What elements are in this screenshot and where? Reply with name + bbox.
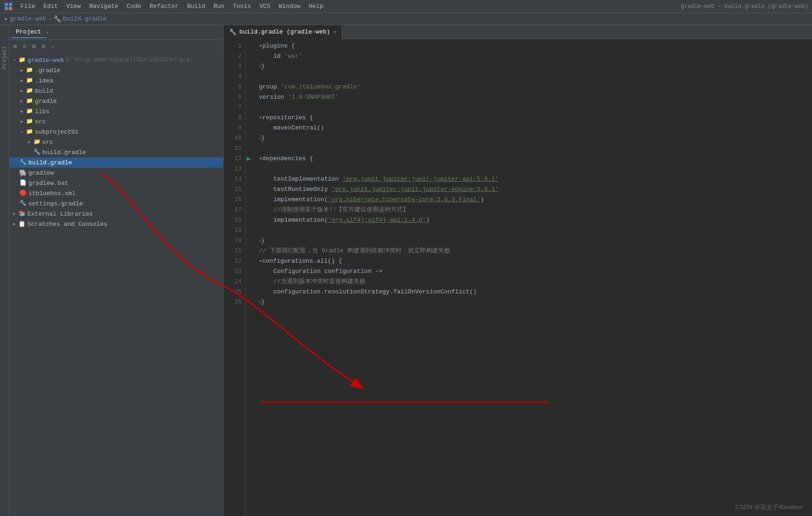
tree-item-settings-gradle[interactable]: 🔧 settings.gradle: [9, 198, 223, 209]
menu-tools[interactable]: Tools: [229, 2, 255, 11]
tree-label: External Libraries: [27, 210, 93, 217]
code-token: testRuntimeOnly: [259, 184, 332, 195]
breadcrumb-file[interactable]: build.gradle: [63, 15, 107, 22]
tree-item-itbluebox-xml[interactable]: 🔴 itbluebox.xml: [9, 188, 223, 198]
tree-item-gradle[interactable]: ▶ 📁 gradle: [9, 96, 223, 106]
tab-build-gradle[interactable]: 🔧 build.gradle (gradle-web) ✕: [223, 25, 342, 39]
tree-item-build-folder[interactable]: ▶ 📁 build: [9, 86, 223, 96]
menu-run[interactable]: Run: [210, 2, 228, 11]
tab-dropdown-icon[interactable]: ▾: [46, 30, 49, 35]
tree-item-dot-gradle[interactable]: ▶ 📁 .gradle: [9, 65, 223, 75]
code-token: configuration.resolutionStrategy.failOnV…: [259, 287, 477, 297]
tree-item-root-build-gradle[interactable]: 🔧 build.gradle: [9, 157, 223, 168]
menu-file[interactable]: File: [17, 2, 39, 11]
code-content[interactable]: ▾ plugins { id 'war' ▲ } group 'com.itbl…: [255, 39, 812, 516]
code-token: //当遇到版本冲突时直接构建失败: [259, 277, 365, 287]
menu-vcs[interactable]: VCS: [256, 2, 274, 11]
folder-icon: 📁: [18, 56, 26, 64]
tree-label: build.gradle: [42, 149, 86, 156]
code-line: group 'com.itbluebox.gradle': [259, 82, 812, 92]
run-marker[interactable]: ▶: [246, 154, 255, 164]
sidebar-tabs: Project ▾: [9, 25, 223, 40]
tree-item-subproject-build-gradle[interactable]: 🔧 build.gradle: [9, 147, 223, 157]
code-line: Configuration configuration ->: [259, 266, 812, 277]
editor-tabs: 🔧 build.gradle (gradle-web) ✕: [223, 25, 812, 39]
menu-navigate[interactable]: Navigate: [86, 2, 122, 11]
main-layout: Project Project ▾ ⊕ ≡ ⊞ ⚙ – ▾ 📁 gradle-w…: [0, 25, 812, 516]
menu-view[interactable]: View: [62, 2, 84, 11]
tree-item-gradlew-bat[interactable]: 📄 gradlew.bat: [9, 178, 223, 188]
fold-icon[interactable]: ▾: [259, 113, 262, 123]
tree-label: build: [35, 88, 53, 95]
settings-gradle-icon: 🔧: [19, 200, 27, 207]
code-token: }: [261, 61, 265, 72]
folder-icon: 📁: [25, 77, 34, 84]
menu-edit[interactable]: Edit: [40, 2, 61, 11]
svg-rect-1: [9, 3, 12, 6]
expand-arrow: ▶: [19, 119, 25, 124]
menu-refactor[interactable]: Refactor: [146, 2, 182, 11]
code-line: ▲ }: [259, 61, 812, 72]
locate-icon[interactable]: ⊕: [11, 41, 19, 51]
window-title: gradle-web – build.gradle (gradle-web): [681, 3, 808, 10]
tab-close-button[interactable]: ✕: [333, 29, 336, 35]
code-line: //当遇到版本冲突时直接构建失败: [259, 277, 812, 287]
code-line: [259, 143, 812, 154]
gradle-file-icon: 🔧: [19, 159, 27, 166]
sidebar-toolbar: ⊕ ≡ ⊞ ⚙ –: [9, 40, 223, 53]
tree-item-external-libs[interactable]: ▶ 📚 External Libraries: [9, 209, 223, 219]
code-token: plugins {: [262, 41, 295, 51]
folder-icon: 📁: [25, 67, 34, 74]
tree-item-gradle-web[interactable]: ▾ 📁 gradle-web D:\ProgramWorkSpace\IDEA\…: [9, 55, 223, 65]
code-token: 'com.itbluebox.gradle': [281, 82, 361, 92]
code-token: // 下面我们配置，当 Gradle 构建遇到依赖冲突时，就立即构建失败: [259, 246, 450, 256]
project-vertical-tab[interactable]: Project: [0, 44, 9, 71]
line-numbers: 12345 678910 1112131415 1617181920 21222…: [223, 39, 246, 516]
project-tree: ▾ 📁 gradle-web D:\ProgramWorkSpace\IDEA\…: [9, 53, 223, 516]
gradle-file-icon: 🔧: [33, 149, 41, 156]
code-token: }: [261, 297, 265, 307]
tree-label: .gradle: [35, 67, 61, 74]
code-line: implementation('org.slf4j:slf4j-api:1.4.…: [259, 215, 812, 225]
menu-window[interactable]: Window: [275, 2, 304, 11]
fold-icon[interactable]: ▾: [259, 41, 262, 51]
code-area: 12345 678910 1112131415 1617181920 21222…: [223, 39, 812, 516]
tree-item-dot-idea[interactable]: ▶ 📁 .idea: [9, 75, 223, 86]
code-line: version '1.0-SNAPSHOT': [259, 92, 812, 102]
code-line: mavenCentral(): [259, 123, 812, 133]
tree-item-src[interactable]: ▶ 📁 src: [9, 116, 223, 127]
menu-build[interactable]: Build: [183, 2, 209, 11]
collapse-icon[interactable]: ⊞: [30, 41, 38, 51]
tree-item-subproject-src[interactable]: ▶ 📁 src: [9, 137, 223, 147]
tree-item-subproject01[interactable]: ▾ 📁 subproject01: [9, 127, 223, 137]
code-line: [259, 72, 812, 82]
sidebar: Project ▾ ⊕ ≡ ⊞ ⚙ – ▾ 📁 gradle-web D:\Pr…: [9, 25, 223, 516]
code-token: ): [480, 195, 484, 205]
svg-rect-3: [9, 7, 12, 10]
watermark: CSDN @蓝盒子itbluebox: [735, 503, 803, 511]
app-logo: [4, 2, 13, 11]
tab-project[interactable]: Project: [11, 27, 46, 38]
code-line: ▾ plugins {: [259, 41, 812, 51]
settings-icon[interactable]: ⚙: [40, 41, 47, 51]
code-token: mavenCentral(): [259, 123, 324, 133]
tree-label: gradle: [35, 98, 57, 105]
minimize-icon[interactable]: –: [49, 42, 57, 51]
code-line: ▾ repositories {: [259, 113, 812, 123]
tree-item-libs[interactable]: ▶ 📁 libs: [9, 106, 223, 116]
code-line: configuration.resolutionStrategy.failOnV…: [259, 287, 812, 297]
tree-item-scratches[interactable]: ▶ 📋 Scratches and Consoles: [9, 219, 223, 229]
expand-icon[interactable]: ≡: [20, 42, 28, 51]
tree-label: src: [42, 139, 53, 146]
menu-help[interactable]: Help: [305, 2, 327, 11]
breadcrumb: ▶ gradle-web › 🔧 build.gradle: [0, 13, 812, 25]
fold-icon[interactable]: ▾: [259, 256, 262, 266]
menu-code[interactable]: Code: [123, 2, 145, 11]
tree-item-gradlew[interactable]: 🐘 gradlew: [9, 168, 223, 178]
code-token: repositories {: [262, 113, 313, 123]
code-token: group: [259, 82, 281, 92]
tree-label: gradlew: [28, 170, 54, 177]
breadcrumb-project[interactable]: gradle-web: [10, 15, 46, 22]
fold-icon[interactable]: ▾: [259, 154, 262, 164]
code-token: configurations.all() {: [262, 256, 342, 266]
